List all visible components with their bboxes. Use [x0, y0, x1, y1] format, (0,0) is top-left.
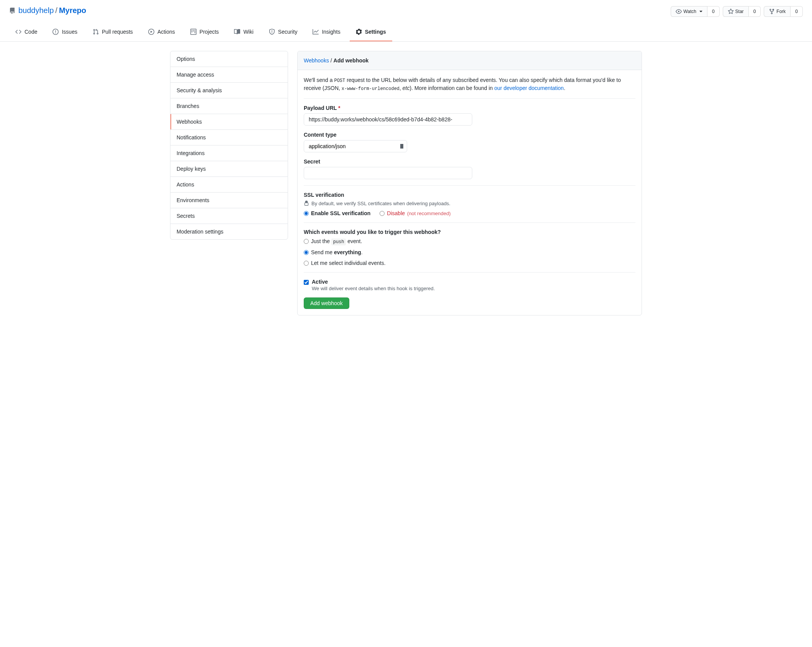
book-icon: [234, 29, 240, 35]
tab-actions[interactable]: Actions: [142, 23, 181, 41]
project-icon: [190, 29, 196, 35]
ssl-enable-radio[interactable]: Enable SSL verification: [304, 210, 370, 216]
pull-request-icon: [93, 29, 99, 35]
intro-text: We'll send a POST request to the URL bel…: [304, 76, 635, 99]
settings-sidebar: Options Manage access Security & analysi…: [170, 51, 288, 240]
active-label: Active: [312, 279, 328, 285]
code-icon: [15, 29, 21, 35]
fork-count[interactable]: 0: [791, 6, 803, 17]
select-caret-icon: [401, 145, 403, 148]
tab-issues[interactable]: Issues: [46, 23, 83, 41]
play-icon: [148, 29, 154, 35]
breadcrumb: Webhooks / Add webhook: [298, 51, 642, 70]
payload-url-label: Payload URL *: [304, 105, 340, 111]
star-button[interactable]: Star: [723, 6, 749, 17]
content-type-label: Content type: [304, 132, 337, 138]
watch-label: Watch: [683, 8, 696, 15]
watch-count[interactable]: 0: [707, 6, 720, 17]
star-count[interactable]: 0: [749, 6, 761, 17]
fork-button[interactable]: Fork: [764, 6, 791, 17]
payload-url-input[interactable]: [304, 113, 472, 126]
ssl-note: By default, we verify SSL certificates w…: [304, 200, 635, 206]
ssl-disable-radio[interactable]: Disable (not recommended): [380, 210, 450, 216]
breadcrumb-current: Add webhook: [334, 57, 369, 64]
sidebar-item-deploy-keys[interactable]: Deploy keys: [170, 161, 288, 177]
events-everything-radio[interactable]: Send me everything.: [304, 249, 635, 255]
sidebar-item-notifications[interactable]: Notifications: [170, 130, 288, 145]
caret-icon: [699, 11, 702, 12]
gear-icon: [356, 29, 362, 35]
repo-name-link[interactable]: Myrepo: [59, 6, 86, 15]
active-checkbox[interactable]: [304, 280, 309, 285]
repo-separator: /: [55, 6, 57, 15]
active-desc: We will deliver event details when this …: [312, 286, 435, 291]
events-push-radio[interactable]: Just the push event.: [304, 238, 635, 245]
tab-pulls[interactable]: Pull requests: [87, 23, 139, 41]
tab-wiki[interactable]: Wiki: [228, 23, 259, 41]
developer-docs-link[interactable]: our developer documentation: [494, 85, 564, 91]
sidebar-item-manage-access[interactable]: Manage access: [170, 67, 288, 83]
sidebar-item-options[interactable]: Options: [170, 51, 288, 67]
shield-icon: [269, 29, 275, 35]
tab-code[interactable]: Code: [9, 23, 43, 41]
sidebar-item-integrations[interactable]: Integrations: [170, 145, 288, 161]
repo-owner-link[interactable]: buddyhelp: [18, 6, 54, 15]
sidebar-item-secrets[interactable]: Secrets: [170, 208, 288, 224]
repo-title: buddyhelp / Myrepo: [9, 6, 86, 15]
fork-label: Fork: [776, 8, 786, 15]
add-webhook-button[interactable]: Add webhook: [304, 297, 349, 309]
sidebar-item-actions[interactable]: Actions: [170, 177, 288, 193]
sidebar-item-environments[interactable]: Environments: [170, 193, 288, 208]
issue-icon: [52, 29, 59, 35]
events-individual-radio[interactable]: Let me select individual events.: [304, 260, 635, 266]
fork-icon: [769, 8, 775, 15]
lock-icon: [304, 200, 309, 206]
watch-button[interactable]: Watch: [671, 6, 707, 17]
breadcrumb-root-link[interactable]: Webhooks: [304, 57, 329, 64]
tab-projects[interactable]: Projects: [184, 23, 225, 41]
repo-nav: Code Issues Pull requests Actions Projec…: [9, 23, 803, 41]
sidebar-item-branches[interactable]: Branches: [170, 98, 288, 114]
tab-security[interactable]: Security: [263, 23, 304, 41]
content-type-select[interactable]: application/json: [304, 140, 407, 152]
graph-icon: [313, 29, 319, 35]
repo-icon: [9, 8, 15, 14]
tab-settings[interactable]: Settings: [350, 23, 392, 41]
star-icon: [728, 8, 734, 15]
secret-input[interactable]: [304, 167, 472, 179]
sidebar-item-moderation[interactable]: Moderation settings: [170, 224, 288, 239]
ssl-heading: SSL verification: [304, 192, 635, 198]
events-heading: Which events would you like to trigger t…: [304, 229, 635, 235]
sidebar-item-webhooks[interactable]: Webhooks: [170, 114, 288, 130]
eye-icon: [676, 8, 682, 15]
star-label: Star: [735, 8, 744, 15]
tab-insights[interactable]: Insights: [306, 23, 346, 41]
sidebar-item-security-analysis[interactable]: Security & analysis: [170, 83, 288, 98]
secret-label: Secret: [304, 158, 320, 165]
